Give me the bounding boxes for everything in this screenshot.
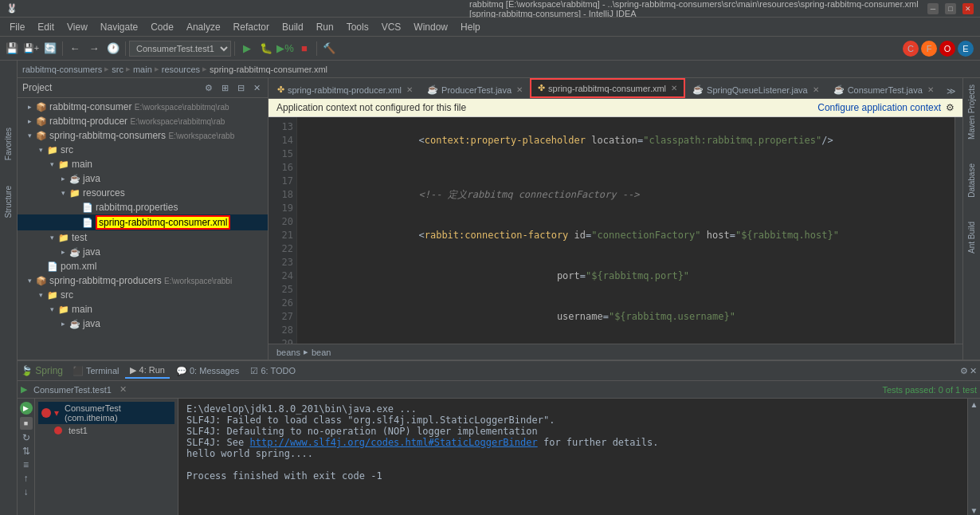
code-content[interactable]: <context:property-placeholder location="… [297, 117, 955, 344]
import-button[interactable]: ↓ [24, 486, 29, 497]
tree-node-spring-rabbitmq-producers[interactable]: ▾ 📦 spring-rabbitmq-producers E:\workspa… [18, 273, 268, 288]
editor-breadcrumb-beans[interactable]: beans [276, 348, 300, 357]
tab-close-button[interactable]: ✕ [927, 85, 934, 94]
tree-node-rabbitmq-consumer[interactable]: ▸ 📦 rabbitmq-consumer E:\workspace\rabbi… [18, 100, 268, 114]
code-editor[interactable]: 13 14 15 16 17 18 19 20 21 22 23 24 [269, 117, 962, 344]
tree-node-src-producers[interactable]: ▾ 📁 src [18, 288, 268, 302]
settings-icon[interactable]: ⚙ [946, 102, 955, 113]
sidebar-collapse-button[interactable]: ⊟ [234, 81, 247, 94]
menu-window[interactable]: Window [407, 20, 454, 34]
messages-tab-button[interactable]: 💬 0: Messages [171, 364, 244, 378]
tree-node-resources[interactable]: ▾ 📁 resources [18, 186, 268, 200]
tree-node-java-test[interactable]: ▸ ☕ java [18, 245, 268, 259]
menu-analyze[interactable]: Analyze [180, 20, 227, 34]
opera-icon[interactable]: O [939, 41, 955, 57]
run-tab-close[interactable]: ✕ [120, 384, 127, 395]
chrome-icon[interactable]: C [903, 41, 919, 57]
firefox-icon[interactable]: F [921, 41, 937, 57]
configure-context-link[interactable]: Configure application context [817, 102, 941, 113]
tree-node-main[interactable]: ▾ 📁 main [18, 157, 268, 171]
recent-button[interactable]: 🕐 [104, 40, 122, 57]
scroll-up-button[interactable]: ▲ [970, 400, 978, 409]
menu-code[interactable]: Code [144, 20, 180, 34]
favorites-panel-button[interactable]: Favorites [2, 124, 14, 163]
database-button[interactable]: Database [966, 160, 978, 201]
sync-button[interactable]: 🔄 [41, 40, 59, 57]
todo-tab-button[interactable]: ☑ 6: TODO [245, 364, 300, 378]
tree-node-spring-rabbitmq-consumer-xml[interactable]: 📄 spring-rabbitmq-consumer.xml [18, 214, 268, 230]
tab-close-button[interactable]: ✕ [406, 85, 413, 94]
tree-node-pom-xml[interactable]: 📄 pom.xml [18, 259, 268, 273]
back-button[interactable]: ← [66, 40, 84, 57]
editor-breadcrumb-bean[interactable]: bean [312, 348, 331, 357]
tree-node-rabbitmq-producer[interactable]: ▸ 📦 rabbitmq-producer E:\workspace\rabbi… [18, 114, 268, 128]
tree-node-src[interactable]: ▾ 📁 src [18, 143, 268, 157]
breadcrumb-item-main[interactable]: main [133, 65, 152, 74]
run-button[interactable]: ▶ [238, 40, 256, 57]
tab-consumer-test-java[interactable]: ☕ ConsumerTest.java ✕ [826, 81, 941, 98]
structure-panel-button[interactable]: Structure [2, 183, 14, 222]
tree-node-main-producers[interactable]: ▾ 📁 main [18, 302, 268, 316]
stop-button[interactable]: ■ [296, 40, 313, 57]
tree-node-java-producers[interactable]: ▸ ☕ java [18, 316, 268, 331]
terminal-tab-button[interactable]: ⬛ Terminal [68, 364, 123, 378]
tab-spring-rabbitmq-consumer-xml[interactable]: ✤ spring-rabbitmq-consumer.xml ✕ [530, 78, 685, 98]
menu-run[interactable]: Run [310, 20, 340, 34]
close-button[interactable]: ✕ [962, 3, 974, 14]
breadcrumb-item-resources[interactable]: resources [162, 65, 200, 74]
window-controls[interactable]: ─ □ ✕ [927, 3, 974, 14]
spring-tab-button[interactable]: 🍃 Spring [21, 365, 63, 376]
run-tree-test1[interactable]: test1 [38, 424, 174, 437]
menu-file[interactable]: File [3, 20, 31, 34]
menu-tools[interactable]: Tools [340, 20, 375, 34]
tab-close-button[interactable]: ✕ [516, 85, 523, 94]
edge-icon[interactable]: E [958, 41, 974, 57]
scroll-down-button[interactable]: ▼ [970, 506, 978, 515]
sidebar-close-button[interactable]: ✕ [250, 81, 263, 94]
save-all-button[interactable]: 💾+ [22, 40, 40, 57]
sidebar-settings-button[interactable]: ⚙ [202, 81, 215, 94]
menu-build[interactable]: Build [276, 20, 310, 34]
menu-edit[interactable]: Edit [31, 20, 61, 34]
debug-button[interactable]: 🐛 [257, 40, 275, 57]
breadcrumb-item-file[interactable]: spring-rabbitmq-consumer.xml [210, 65, 327, 74]
sidebar-expand-button[interactable]: ⊞ [218, 81, 231, 94]
menu-navigate[interactable]: Navigate [94, 20, 144, 34]
tabs-scroll-button[interactable]: ≫ [942, 85, 961, 98]
save-button[interactable]: 💾 [3, 40, 21, 57]
tab-close-button[interactable]: ✕ [671, 84, 677, 92]
editor-scrollbar[interactable] [955, 117, 962, 344]
tree-node-test[interactable]: ▾ 📁 test [18, 230, 268, 245]
tree-node-rabbitmq-properties[interactable]: 📄 rabbitmq.properties [18, 200, 268, 214]
run-tab-button[interactable]: ▶ 4: Run [125, 364, 169, 379]
menu-vcs[interactable]: VCS [375, 20, 408, 34]
breadcrumb-item-consumers[interactable]: rabbitmq-consumers [22, 65, 102, 74]
stop-run-button[interactable]: ■ [20, 417, 33, 430]
maximize-button[interactable]: □ [945, 3, 956, 14]
tree-node-spring-rabbitmq-consumers[interactable]: ▾ 📦 spring-rabbitmq-consumers E:\workspa… [18, 128, 268, 143]
slf4j-link[interactable]: http://www.slf4j.org/codes.html#StaticLo… [249, 437, 537, 448]
sort-button[interactable]: ⇅ [22, 446, 30, 457]
forward-button[interactable]: → [85, 40, 103, 57]
ant-build-button[interactable]: Ant Build [966, 218, 978, 257]
rerun-button[interactable]: ↻ [22, 432, 30, 443]
menu-help[interactable]: Help [454, 20, 487, 34]
tab-spring-queue-listener-java[interactable]: ☕ SpringQueueListener.java ✕ [685, 81, 826, 98]
run-coverage-button[interactable]: ▶% [276, 40, 294, 57]
breadcrumb-item-src[interactable]: src [112, 65, 123, 74]
tree-node-java-consumers[interactable]: ▸ ☕ java [18, 171, 268, 186]
panel-close-button[interactable]: ✕ [970, 366, 977, 376]
export-button[interactable]: ↑ [24, 473, 29, 484]
build-button[interactable]: 🔨 [320, 40, 338, 57]
run-config-dropdown[interactable]: ConsumerTest.test1 [129, 41, 231, 57]
tab-close-button[interactable]: ✕ [813, 85, 819, 94]
run-again-button[interactable]: ▶ [20, 402, 33, 415]
run-tree-consumer-test[interactable]: ▾ ConsumerTest (com.itheima) [38, 402, 174, 424]
maven-projects-button[interactable]: Maven Projects [966, 81, 978, 143]
menu-view[interactable]: View [61, 20, 94, 34]
tab-producer-test-java[interactable]: ☕ ProducerTest.java ✕ [420, 81, 530, 98]
panel-settings-button[interactable]: ⚙ [960, 366, 968, 376]
tab-spring-rabbitmq-producer-xml[interactable]: ✤ spring-rabbitmq-producer.xml ✕ [270, 81, 420, 98]
minimize-button[interactable]: ─ [927, 3, 939, 14]
filter-button[interactable]: ≡ [23, 459, 29, 470]
